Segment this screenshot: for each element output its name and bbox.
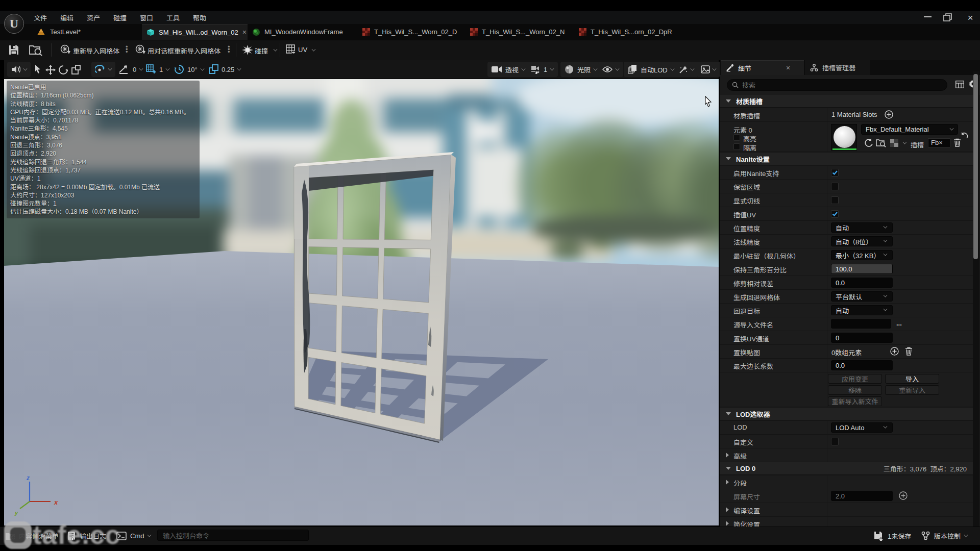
svg-text:y: y (14, 510, 18, 516)
svg-text:x: x (54, 498, 58, 506)
svg-text:z: z (26, 474, 30, 482)
